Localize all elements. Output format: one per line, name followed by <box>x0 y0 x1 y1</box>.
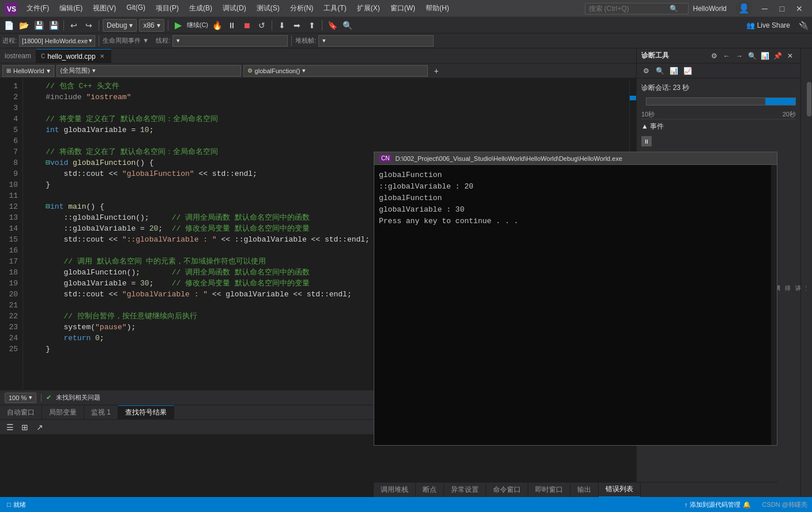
diag-tool3[interactable]: 📊 <box>668 65 679 77</box>
diag-tool4[interactable]: 📈 <box>682 65 693 77</box>
extension-btn[interactable]: 🔌 <box>797 19 810 32</box>
auto-window-tab[interactable]: 自动窗口 <box>0 405 42 419</box>
debug-tab-output[interactable]: 输出 <box>570 483 599 498</box>
debug-tab-immediate[interactable]: 即时窗口 <box>528 483 570 498</box>
debug-tab-callstack[interactable]: 调用堆栈 <box>374 483 416 498</box>
sr-icon1[interactable]: ☰ <box>3 421 16 434</box>
live-share-button[interactable]: 👥 Live Share <box>742 20 795 31</box>
diag-scrollbar[interactable] <box>806 81 812 311</box>
undo-btn[interactable]: ↩ <box>67 19 80 32</box>
stop-btn[interactable]: ⏹ <box>240 19 253 32</box>
console-output[interactable]: globalFunction ::globalVariable : 20 glo… <box>374 165 771 445</box>
redo-btn[interactable]: ↪ <box>82 19 95 32</box>
diag-tool2[interactable]: 🔍 <box>654 65 666 77</box>
timeline-bar[interactable] <box>646 97 796 106</box>
tab-close-btn[interactable]: ✕ <box>98 52 106 61</box>
editor-nav: ⊞ HelloWorld ▾ (全局范围) ▾ ⚙ globalFunction… <box>0 63 636 78</box>
diag-tool1[interactable]: ⚙ <box>640 65 652 77</box>
menu-window[interactable]: 窗口(W) <box>386 1 420 16</box>
menu-extensions[interactable]: 扩展(X) <box>352 1 385 16</box>
menu-tools[interactable]: 工具(T) <box>319 1 351 16</box>
diag-back-btn[interactable]: ← <box>721 50 732 62</box>
search-box[interactable]: 🔍 <box>585 3 689 14</box>
debug-tab-exceptions[interactable]: 异常设置 <box>444 483 486 498</box>
menu-project[interactable]: 项目(P) <box>151 1 183 16</box>
diag-pin-btn[interactable]: 📌 <box>772 50 783 62</box>
tab-iostream[interactable]: iostream <box>0 49 36 63</box>
scope-dropdown[interactable]: (全局范围) ▾ <box>57 65 241 77</box>
process-dropdown[interactable]: [18000] HelloWorld.exe ▾ <box>19 35 95 47</box>
no-issues-label: 未找到相关问题 <box>56 393 100 402</box>
diag-chart-btn[interactable]: 📊 <box>759 50 770 62</box>
save-all-btn[interactable]: 💾 <box>47 19 60 32</box>
tab-hello-world[interactable]: C hello_world.cpp ✕ <box>36 49 111 63</box>
debug-tab-errors[interactable]: 错误列表 <box>599 483 641 498</box>
restart-btn[interactable]: ↺ <box>255 19 268 32</box>
bookmark-btn[interactable]: 🔖 <box>326 19 339 32</box>
console-line-4: globalVariable : 30 <box>379 204 766 216</box>
thread-dropdown[interactable]: ▾ <box>172 35 288 47</box>
tab-iostream-label: iostream <box>5 52 31 60</box>
status-ready[interactable]: □ 就绪 <box>5 497 28 512</box>
close-button[interactable]: ✕ <box>791 2 807 15</box>
function-dropdown[interactable]: ⚙ globalFunction() ▾ <box>243 65 428 77</box>
menu-debug[interactable]: 调试(D) <box>218 1 251 16</box>
debug-tab-breakpoints[interactable]: 断点 <box>416 483 444 498</box>
debug-tab-command[interactable]: 命令窗口 <box>486 483 528 498</box>
step-over-btn[interactable]: ➡ <box>291 19 303 32</box>
diag-close-btn[interactable]: ✕ <box>784 50 796 62</box>
step-out-btn[interactable]: ⬆ <box>306 19 318 32</box>
diag-toolbar: ⚙ 🔍 📊 📈 <box>637 63 800 78</box>
open-file-btn[interactable]: 📂 <box>17 19 30 32</box>
restore-button[interactable]: □ <box>774 2 790 15</box>
bell-icon: 🔔 <box>743 501 751 509</box>
console-scrollbar[interactable] <box>771 165 777 445</box>
config-platform-dropdown[interactable]: x86 ▾ <box>139 19 164 32</box>
zoom-dropdown[interactable]: 100 % ▾ <box>5 393 36 403</box>
sr-icon2[interactable]: ⊞ <box>18 421 31 434</box>
menu-help[interactable]: 帮助(H) <box>421 1 454 16</box>
menu-analyze[interactable]: 分析(N) <box>285 1 318 16</box>
console-title-bar: CN D:\002_Project\006_Visual_Studio\Hell… <box>374 152 777 165</box>
project-dropdown[interactable]: ⊞ HelloWorld ▾ <box>2 65 54 77</box>
svg-text:VS: VS <box>7 5 16 13</box>
no-issues-icon: ✔ <box>46 394 51 401</box>
app-title: HelloWorld <box>693 5 727 13</box>
nav-add-btn[interactable]: + <box>430 65 443 77</box>
callstack-dropdown[interactable]: ▾ <box>318 35 434 47</box>
new-file-btn[interactable]: 📄 <box>2 19 15 32</box>
config-debug-dropdown[interactable]: Debug ▾ <box>103 19 137 32</box>
menu-git[interactable]: Git(G) <box>122 1 150 16</box>
find-symbols-tab[interactable]: 查找符号结果 <box>118 405 174 419</box>
minimize-button[interactable]: ─ <box>757 2 773 15</box>
search-input[interactable] <box>589 5 670 13</box>
pause-btn[interactable]: ⏸ <box>225 19 238 32</box>
timeline-fill <box>765 98 795 105</box>
menu-build[interactable]: 生成(B) <box>185 1 217 16</box>
menu-edit[interactable]: 编辑(E) <box>55 1 87 16</box>
toolbar-sep-4 <box>272 20 272 31</box>
step-into-btn[interactable]: ⬇ <box>276 19 288 32</box>
menu-file[interactable]: 文件(F) <box>22 1 54 16</box>
save-btn[interactable]: 💾 <box>32 19 45 32</box>
status-source-control[interactable]: ↑ 添加到源代码管理 🔔 <box>682 497 753 512</box>
menu-view[interactable]: 视图(V) <box>88 1 121 16</box>
diag-pause-btn[interactable]: ⏸ <box>641 136 652 146</box>
user-avatar[interactable]: 👤 <box>736 1 752 17</box>
menu-test[interactable]: 测试(S) <box>252 1 284 16</box>
diag-search-btn[interactable]: 🔍 <box>746 50 758 62</box>
watch1-tab[interactable]: 监视 1 <box>84 405 118 419</box>
sr-icon3[interactable]: ↗ <box>33 421 46 434</box>
function-value: globalFunction() <box>255 67 300 74</box>
diag-pause-row: ⏸ <box>641 134 796 149</box>
toolbar-sep-1 <box>63 20 64 31</box>
diag-forward-btn[interactable]: → <box>734 50 745 62</box>
find-btn[interactable]: 🔍 <box>341 19 354 32</box>
timeline-10s: 10秒 <box>641 110 655 119</box>
continue-btn[interactable]: ▶ <box>172 19 185 32</box>
local-vars-tab[interactable]: 局部变量 <box>42 405 84 419</box>
diag-settings-btn[interactable]: ⚙ <box>708 50 720 62</box>
title-bar: VS 文件(F) 编辑(E) 视图(V) Git(G) 项目(P) 生成(B) … <box>0 0 812 17</box>
hot-reload-btn[interactable]: 🔥 <box>210 19 223 32</box>
status-text: 就绪 <box>13 500 26 509</box>
